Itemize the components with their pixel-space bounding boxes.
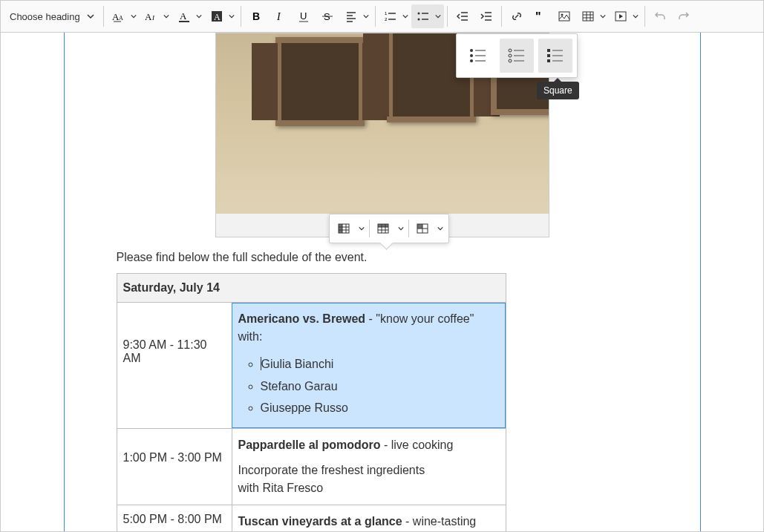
redo-button[interactable] <box>672 4 696 28</box>
media-icon <box>615 10 627 22</box>
table-icon <box>582 10 594 22</box>
svg-text:A: A <box>180 10 187 22</box>
table-row-chevron[interactable] <box>395 217 407 240</box>
indent-button[interactable] <box>474 4 498 28</box>
event-cell[interactable]: Tuscan vineyards at a glance - wine-tast… <box>232 505 506 532</box>
svg-rect-24 <box>378 224 388 227</box>
underline-icon: U <box>298 10 310 22</box>
heading-dropdown[interactable]: Choose heading <box>4 4 100 28</box>
table-merge-chevron[interactable] <box>434 217 446 240</box>
insert-table-button[interactable] <box>576 4 600 28</box>
image-button[interactable] <box>552 4 576 28</box>
font-size-icon: AA <box>112 10 125 23</box>
bullet-disc-option[interactable] <box>461 39 495 73</box>
svg-text:": " <box>535 10 541 22</box>
list-item[interactable]: Stefano Garau <box>261 377 500 396</box>
time-cell[interactable]: 1:00 PM - 3:00 PM <box>117 428 232 505</box>
strikethrough-icon: S <box>321 10 333 22</box>
event-subtitle: wine-tasting <box>413 515 476 528</box>
font-family-button[interactable]: AI <box>140 4 163 28</box>
italic-button[interactable]: I <box>268 4 292 28</box>
list-item[interactable]: Giulia Bianchi <box>261 355 500 374</box>
svg-text:I: I <box>151 14 155 22</box>
time-cell[interactable]: 9:30 AM - 11:30 AM <box>117 303 232 429</box>
numbered-list-icon: 12 <box>385 10 396 22</box>
table-column-button[interactable] <box>332 217 356 240</box>
svg-point-18 <box>561 14 564 16</box>
highlight-button[interactable]: A <box>205 4 229 28</box>
time-cell[interactable]: 5:00 PM - 8:00 PM <box>117 505 232 532</box>
svg-text:A: A <box>145 11 152 22</box>
event-cell-selected[interactable]: Americano vs. Brewed - "know your coffee… <box>232 303 506 429</box>
tooltip-square: Square <box>537 82 579 99</box>
table-merge-icon <box>417 223 428 234</box>
undo-icon <box>654 10 666 22</box>
align-button[interactable] <box>339 4 363 28</box>
bold-button[interactable]: B <box>244 4 268 28</box>
font-size-button[interactable]: AA <box>107 4 131 28</box>
bullet-style-panel <box>456 33 578 78</box>
svg-rect-35 <box>547 59 550 62</box>
svg-point-29 <box>470 59 473 62</box>
table-header-day[interactable]: Saturday, July 14 <box>117 274 506 303</box>
svg-point-15 <box>418 19 420 21</box>
underline-button[interactable]: U <box>292 4 316 28</box>
svg-point-28 <box>470 54 473 57</box>
italic-icon: I <box>274 10 286 22</box>
bulleted-list-button[interactable] <box>411 4 435 28</box>
strikethrough-button[interactable]: S <box>316 4 339 28</box>
link-button[interactable] <box>505 4 529 28</box>
svg-point-27 <box>470 49 473 52</box>
event-title: Tuscan vineyards at a glance <box>238 515 402 528</box>
blockquote-button[interactable]: " <box>529 4 552 28</box>
blockquote-icon: " <box>535 10 546 22</box>
font-color-button[interactable]: A <box>172 4 196 28</box>
bold-icon: B <box>250 10 262 22</box>
svg-text:I: I <box>276 11 281 22</box>
table-merge-button[interactable] <box>411 217 434 240</box>
table-row: 5:00 PM - 8:00 PM Tuscan vineyards at a … <box>117 505 506 532</box>
bullet-circle-option[interactable] <box>500 39 534 73</box>
svg-rect-26 <box>417 224 422 229</box>
media-button[interactable] <box>609 4 633 28</box>
event-subtitle: live cooking <box>391 439 454 451</box>
redo-icon <box>678 10 690 22</box>
highlight-icon: A <box>210 10 223 23</box>
svg-rect-22 <box>339 224 342 233</box>
speaker-list: Giulia Bianchi Stefano Garau Giuseppe Ru… <box>238 355 500 418</box>
svg-point-30 <box>509 49 512 52</box>
svg-rect-34 <box>547 54 550 57</box>
intro-paragraph[interactable]: Please find below the full schedule of t… <box>117 251 648 264</box>
svg-text:2: 2 <box>385 17 388 22</box>
image-icon <box>558 10 570 22</box>
table-row-button[interactable] <box>371 217 395 240</box>
outdent-icon <box>457 10 468 22</box>
schedule-table[interactable]: Saturday, July 14 9:30 AM - 11:30 AM Ame… <box>117 273 506 532</box>
table-row-icon <box>377 223 389 234</box>
document-page: Bilancino Hotel Please find below the fu… <box>64 33 701 532</box>
event-title: Americano vs. Brewed <box>238 312 366 325</box>
editor-area[interactable]: Bilancino Hotel Please find below the fu… <box>1 33 763 532</box>
svg-rect-33 <box>547 49 550 52</box>
event-title: Pappardelle al pomodoro <box>238 439 381 451</box>
chevron-down-icon <box>87 13 94 20</box>
svg-text:B: B <box>252 10 260 22</box>
svg-text:A: A <box>119 15 123 22</box>
indent-icon <box>480 10 492 22</box>
undo-button[interactable] <box>648 4 672 28</box>
svg-point-31 <box>509 54 512 57</box>
svg-text:1: 1 <box>385 11 388 16</box>
event-cell[interactable]: Pappardelle al pomodoro - live cooking I… <box>232 428 506 505</box>
link-icon <box>511 10 523 22</box>
font-family-icon: AI <box>145 10 158 23</box>
svg-rect-19 <box>583 12 593 21</box>
table-column-icon <box>338 223 350 234</box>
bullet-disc-icon <box>468 45 489 66</box>
outdent-button[interactable] <box>451 4 474 28</box>
numbered-list-button[interactable]: 12 <box>379 4 402 28</box>
bullet-square-icon <box>545 45 566 66</box>
list-item[interactable]: Giuseppe Russo <box>261 398 500 418</box>
svg-text:U: U <box>300 10 307 22</box>
bullet-square-option[interactable] <box>538 39 572 73</box>
table-column-chevron[interactable] <box>356 217 368 240</box>
